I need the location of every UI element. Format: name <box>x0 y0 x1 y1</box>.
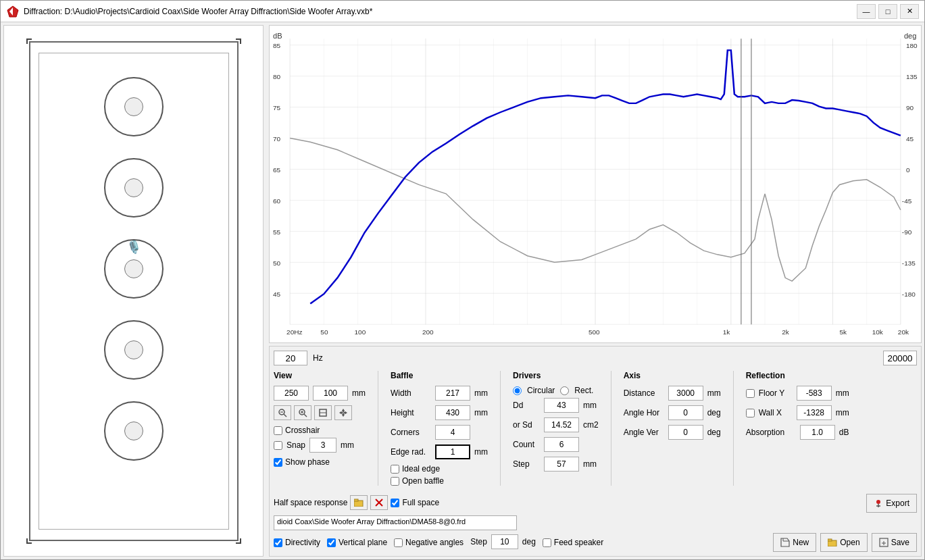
zoom-fit-button[interactable] <box>314 405 332 420</box>
zoom-out-button[interactable] <box>294 405 311 420</box>
window-controls: — □ ✕ <box>857 4 919 19</box>
svg-text:45: 45 <box>273 290 281 298</box>
view-unit: mm <box>352 388 366 398</box>
baffle-height-label: Height <box>391 408 431 417</box>
new-button[interactable]: New <box>773 533 816 552</box>
angle-ver-unit: deg <box>707 428 721 437</box>
angle-hor-label: Angle Hor <box>624 408 664 417</box>
freq-high-input[interactable]: 20000 <box>883 351 917 365</box>
floor-y-checkbox[interactable] <box>746 389 755 398</box>
app-icon <box>6 5 20 18</box>
svg-text:500: 500 <box>589 328 600 336</box>
angle-hor-input[interactable]: 0 <box>668 405 703 420</box>
baffle-corners-input[interactable]: 4 <box>435 425 470 440</box>
open-baffle-checkbox[interactable] <box>391 477 399 486</box>
dd-label: Dd <box>513 401 540 410</box>
file-path-display: dioid Coax\Side Woofer Array Diffraction… <box>274 515 517 530</box>
main-window: Diffraction: D:\Audio\Projects\Cardioid … <box>0 0 925 560</box>
save-button[interactable]: Save <box>872 533 917 552</box>
absorption-unit: dB <box>839 428 849 437</box>
maximize-button[interactable]: □ <box>878 4 897 19</box>
snap-checkbox[interactable] <box>274 441 282 450</box>
negative-angles-row: Negative angles <box>394 538 464 547</box>
ideal-edge-checkbox[interactable] <box>391 465 399 474</box>
full-space-label: Full space <box>402 498 439 507</box>
svg-text:85: 85 <box>273 43 281 50</box>
svg-text:100: 100 <box>355 328 366 336</box>
right-panel: dB 85 80 75 70 65 60 55 50 45 deg 180 13… <box>266 22 924 559</box>
minimize-button[interactable]: — <box>857 4 876 19</box>
negative-angles-checkbox[interactable] <box>394 538 403 547</box>
ideal-edge-label: Ideal edge <box>402 464 440 474</box>
circular-radio[interactable] <box>513 386 522 395</box>
wall-x-checkbox[interactable] <box>746 409 755 417</box>
vertical-plane-row: Vertical plane <box>327 538 387 547</box>
svg-text:90: 90 <box>906 105 914 112</box>
floor-y-input[interactable]: -583 <box>797 386 832 401</box>
snap-value-input[interactable]: 3 <box>309 438 336 453</box>
wall-x-input[interactable]: -1328 <box>797 405 832 420</box>
svg-text:-180: -180 <box>902 290 916 298</box>
svg-text:dB: dB <box>273 32 282 40</box>
baffle-section: Baffle Width 217 mm Height 430 mm Cor <box>391 371 488 486</box>
svg-marker-84 <box>781 538 789 546</box>
distance-input[interactable]: 3000 <box>668 386 703 401</box>
pan-button[interactable] <box>334 405 352 420</box>
count-input[interactable]: 6 <box>544 437 579 452</box>
svg-text:55: 55 <box>273 228 281 236</box>
edge-rad-input[interactable]: 1 <box>435 444 470 459</box>
driver-type-row: Circular Rect. <box>513 386 599 395</box>
svg-rect-88 <box>828 539 832 541</box>
svg-line-68 <box>304 414 307 417</box>
baffle-title: Baffle <box>391 371 488 380</box>
feed-speaker-checkbox[interactable] <box>543 538 551 547</box>
export-button[interactable]: Export <box>866 494 917 513</box>
baffle-height-unit: mm <box>474 408 488 417</box>
directivity-label: Directivity <box>285 538 320 547</box>
show-phase-checkbox[interactable] <box>274 458 282 467</box>
angle-hor-unit: deg <box>707 408 721 417</box>
rect-radio[interactable] <box>560 386 569 395</box>
svg-text:20k: 20k <box>898 328 909 336</box>
directivity-checkbox[interactable] <box>274 538 282 547</box>
driver-1 <box>104 77 164 136</box>
zoom-in-button[interactable] <box>274 405 291 420</box>
step-unit: mm <box>583 459 597 469</box>
vertical-plane-checkbox[interactable] <box>327 538 336 547</box>
rect-label: Rect. <box>574 386 593 395</box>
absorption-input[interactable]: 1.0 <box>800 425 835 440</box>
circular-label: Circular <box>527 386 555 395</box>
angle-ver-input[interactable]: 0 <box>668 425 703 440</box>
view-height-input[interactable]: 100 <box>313 386 348 401</box>
view-width-input[interactable]: 250 <box>274 386 309 401</box>
svg-text:50: 50 <box>320 328 328 336</box>
baffle-width-unit: mm <box>474 388 488 398</box>
baffle-width-input[interactable]: 217 <box>435 386 470 401</box>
show-phase-label: Show phase <box>285 457 330 467</box>
controls-area: 20 Hz 20000 View 250 100 mm <box>269 346 922 557</box>
snap-unit: mm <box>341 440 354 450</box>
view-title: View <box>274 371 366 380</box>
axis-section: Axis Distance 3000 mm Angle Hor 0 deg <box>624 371 721 486</box>
save-label: Save <box>891 538 909 547</box>
full-space-checkbox[interactable] <box>391 499 399 507</box>
freq-low-input[interactable]: 20 <box>274 351 307 365</box>
open-button[interactable]: Open <box>820 533 867 552</box>
dd-input[interactable]: 43 <box>544 398 579 413</box>
crosshair-checkbox[interactable] <box>274 426 282 435</box>
title-bar: Diffraction: D:\Audio\Projects\Cardioid … <box>1 1 924 22</box>
svg-text:80: 80 <box>273 74 281 81</box>
step-input[interactable]: 57 <box>544 457 579 472</box>
svg-text:20Hz: 20Hz <box>286 328 303 336</box>
svg-text:-90: -90 <box>902 228 912 236</box>
svg-text:180: 180 <box>906 43 918 50</box>
half-space-open-button[interactable] <box>350 495 368 510</box>
half-space-delete-button[interactable] <box>370 495 388 510</box>
baffle-height-input[interactable]: 430 <box>435 405 470 420</box>
step-deg-input[interactable]: 10 <box>491 534 518 549</box>
svg-text:200: 200 <box>422 328 434 336</box>
close-button[interactable]: ✕ <box>900 4 919 19</box>
edge-rad-label: Edge rad. <box>391 447 431 457</box>
sd-input[interactable]: 14.52 <box>544 417 579 432</box>
svg-text:60: 60 <box>273 197 281 205</box>
